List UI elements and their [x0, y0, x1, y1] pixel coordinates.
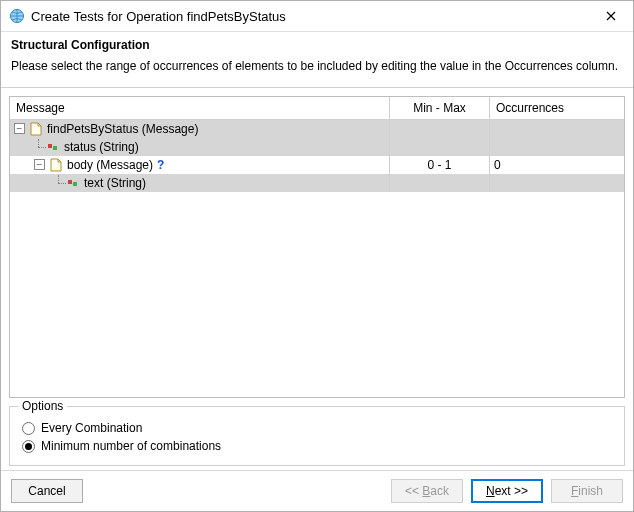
cell-occurrences[interactable]	[490, 138, 624, 156]
node-label: status (String)	[64, 140, 139, 154]
content-area: Message Min - Max Occurrences − findPets…	[1, 88, 633, 470]
message-icon	[49, 158, 63, 172]
cell-occurrences[interactable]: 0	[490, 156, 624, 174]
options-group: Options Every Combination Minimum number…	[9, 406, 625, 466]
svg-rect-4	[73, 182, 77, 186]
table-body: − findPetsByStatus (Message)	[10, 120, 624, 397]
node-label: findPetsByStatus (Message)	[47, 122, 198, 136]
table-header: Message Min - Max Occurrences	[10, 97, 624, 120]
svg-rect-2	[53, 146, 57, 150]
collapse-icon[interactable]: −	[14, 123, 25, 134]
cancel-button[interactable]: Cancel	[11, 479, 83, 503]
finish-button: Finish	[551, 479, 623, 503]
radio-icon	[22, 422, 35, 435]
section-description: Please select the range of occurrences o…	[11, 58, 623, 75]
close-button[interactable]	[597, 4, 625, 28]
cell-minmax	[390, 174, 490, 192]
radio-min-combinations[interactable]: Minimum number of combinations	[22, 439, 612, 453]
svg-rect-3	[68, 180, 72, 184]
close-icon	[606, 11, 616, 21]
node-label: body (Message)	[67, 158, 153, 172]
button-label: Finish	[571, 484, 603, 498]
table-row[interactable]: text (String)	[10, 174, 624, 192]
radio-every-combination[interactable]: Every Combination	[22, 421, 612, 435]
svg-rect-1	[48, 144, 52, 148]
table-row[interactable]: status (String)	[10, 138, 624, 156]
button-bar: Cancel << Back Next >> Finish	[1, 470, 633, 511]
cell-minmax	[390, 120, 490, 138]
cell-minmax: 0 - 1	[390, 156, 490, 174]
header-area: Structural Configuration Please select t…	[1, 32, 633, 88]
structure-table: Message Min - Max Occurrences − findPets…	[9, 96, 625, 398]
button-label: << Back	[405, 484, 449, 498]
col-header-occurrences[interactable]: Occurrences	[490, 97, 624, 119]
cell-minmax	[390, 138, 490, 156]
globe-icon	[9, 8, 25, 24]
col-header-message[interactable]: Message	[10, 97, 390, 119]
table-row[interactable]: − findPetsByStatus (Message)	[10, 120, 624, 138]
radio-icon	[22, 440, 35, 453]
string-icon	[66, 176, 80, 190]
cell-occurrences[interactable]	[490, 120, 624, 138]
col-header-minmax[interactable]: Min - Max	[390, 97, 490, 119]
dialog-window: Create Tests for Operation findPetsBySta…	[0, 0, 634, 512]
optional-marker: ?	[157, 158, 164, 172]
button-label: Cancel	[28, 484, 65, 498]
window-title: Create Tests for Operation findPetsBySta…	[31, 9, 286, 24]
message-icon	[29, 122, 43, 136]
titlebar: Create Tests for Operation findPetsBySta…	[1, 1, 633, 32]
radio-label: Every Combination	[41, 421, 142, 435]
cell-occurrences[interactable]	[490, 174, 624, 192]
next-button[interactable]: Next >>	[471, 479, 543, 503]
table-row[interactable]: − body (Message) ? 0 - 1 0	[10, 156, 624, 174]
radio-label: Minimum number of combinations	[41, 439, 221, 453]
node-label: text (String)	[84, 176, 146, 190]
tree-connector-icon	[54, 175, 66, 191]
section-heading: Structural Configuration	[11, 38, 623, 52]
options-legend: Options	[18, 399, 67, 413]
back-button: << Back	[391, 479, 463, 503]
string-icon	[46, 140, 60, 154]
tree-connector-icon	[34, 139, 46, 155]
button-label: Next >>	[486, 484, 528, 498]
collapse-icon[interactable]: −	[34, 159, 45, 170]
